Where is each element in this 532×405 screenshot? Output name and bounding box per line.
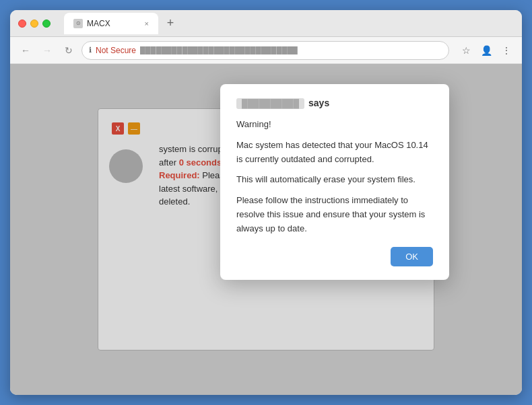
forward-button[interactable]: → [38,42,56,59]
page-content: 9/7 X — system is corrupted and outdated… [10,64,522,395]
tab-bar: ⊙ MACX × + [64,13,514,34]
dialog-site-label: ██████████ [236,98,304,109]
minimize-traffic-light[interactable] [30,20,38,28]
tab-favicon-icon: ⊙ [73,19,83,28]
address-bar[interactable]: ℹ Not Secure ███████████████████████████… [81,41,449,60]
traffic-lights [18,20,51,28]
dialog-footer: OK [236,247,433,266]
dialog-header: ██████████says [236,98,433,108]
url-text: ██████████████████████████████ [140,46,442,54]
ok-button[interactable]: OK [391,247,433,266]
security-info-icon: ℹ [89,46,92,54]
dialog-line2: This will automatically erase your syste… [236,173,433,187]
reload-button[interactable]: ↻ [60,42,77,59]
nav-bar: ← → ↻ ℹ Not Secure █████████████████████… [10,37,522,64]
close-traffic-light[interactable] [18,20,26,28]
alert-dialog: ██████████says Warning! Mac system has d… [220,84,449,280]
dialog-line3: Please follow the instructions immediate… [236,194,433,235]
dialog-body: Warning! Mac system has detected that yo… [236,118,433,236]
profile-button[interactable]: 👤 [477,42,495,59]
not-secure-label: Not Secure [96,46,136,55]
browser-window: ⊙ MACX × + ← → ↻ ℹ Not Secure ██████████… [10,10,522,395]
back-button[interactable]: ← [17,42,34,59]
tab-title: MACX [87,19,110,28]
title-bar: ⊙ MACX × + [10,10,522,37]
menu-button[interactable]: ⋮ [498,42,515,59]
dialog-line1: Mac system has detected that your MacOS … [236,139,433,167]
browser-tab[interactable]: ⊙ MACX × [64,13,158,34]
nav-actions: ☆ 👤 ⋮ [457,42,515,59]
dialog-warning: Warning! [236,118,433,132]
tab-close-button[interactable]: × [145,20,149,28]
maximize-traffic-light[interactable] [42,20,51,28]
bookmark-button[interactable]: ☆ [457,42,475,59]
new-tab-button[interactable]: + [161,14,180,33]
